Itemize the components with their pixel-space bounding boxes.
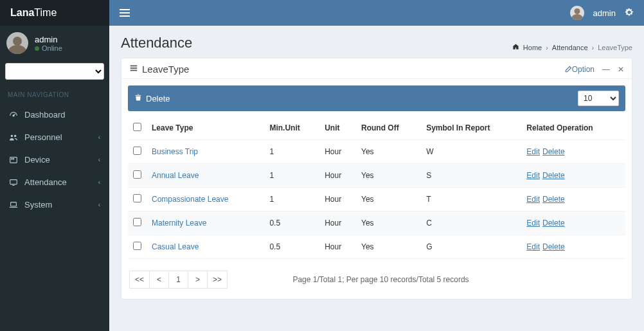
row-checkbox[interactable]	[133, 242, 141, 250]
panel-title-wrap: LeaveType	[129, 64, 189, 75]
sidebar: LanaTime admin Online MAIN NAVIGATION Da…	[0, 0, 109, 331]
table-row: Maternity Leave0.5HourYesCEditDelete	[128, 211, 625, 235]
chevron-left-icon: ‹	[98, 134, 100, 141]
cell-min-unit: 0.5	[264, 211, 319, 235]
col-round-off: Round Off	[356, 116, 421, 140]
table-row: Business Trip1HourYesWEditDelete	[128, 140, 625, 164]
topbar-username[interactable]: admin	[593, 8, 616, 18]
row-checkbox[interactable]	[133, 218, 141, 226]
leavetype-table: Leave Type Min.Unit Unit Round Off Symbo…	[128, 116, 625, 259]
cell-leave-type[interactable]: Casual Leave	[147, 235, 264, 259]
table-row: Casual Leave0.5HourYesGEditDelete	[128, 235, 625, 259]
pagination: << < 1 > >>	[129, 271, 228, 289]
minimize-button[interactable]: —	[602, 65, 610, 74]
col-min-unit: Min.Unit	[264, 116, 319, 140]
sidebar-select-input[interactable]	[5, 63, 104, 80]
cell-min-unit: 1	[264, 164, 319, 188]
row-checkbox[interactable]	[133, 194, 141, 202]
cell-leave-type[interactable]: Business Trip	[147, 140, 264, 164]
option-button[interactable]: Option	[564, 65, 595, 74]
nav-header: MAIN NAVIGATION	[0, 86, 109, 103]
select-all-checkbox[interactable]	[133, 123, 141, 131]
list-icon	[129, 64, 138, 75]
page-last-button[interactable]: >>	[208, 271, 228, 289]
svg-point-1	[11, 134, 13, 137]
home-icon	[512, 43, 519, 51]
sidebar-item-personnel[interactable]: Personnel ‹	[0, 126, 109, 148]
topbar: admin	[109, 0, 644, 26]
edit-link[interactable]: Edit	[526, 195, 540, 204]
breadcrumb-separator: ›	[592, 44, 595, 51]
sidebar-item-label: Attendance	[24, 177, 67, 187]
cell-operation: EditDelete	[521, 164, 625, 188]
brand-bold: Lana	[10, 7, 34, 19]
page-next-button[interactable]: >	[188, 271, 208, 289]
edit-link[interactable]: Edit	[526, 219, 540, 228]
breadcrumb-leaf: LeaveType	[598, 44, 632, 51]
cell-leave-type[interactable]: Maternity Leave	[147, 211, 264, 235]
topbar-avatar[interactable]	[570, 6, 584, 20]
edit-link[interactable]: Edit	[526, 242, 540, 251]
settings-icon[interactable]	[625, 8, 634, 19]
edit-link[interactable]: Edit	[526, 171, 540, 180]
cell-symbol: T	[421, 188, 521, 211]
svg-rect-3	[10, 157, 17, 163]
page-first-button[interactable]: <<	[129, 271, 150, 289]
avatar[interactable]	[6, 32, 28, 54]
row-checkbox[interactable]	[133, 170, 141, 179]
chevron-left-icon: ‹	[98, 179, 100, 186]
panel-body: Delete 10 Leave Type Min.Unit Unit Round…	[121, 79, 632, 299]
svg-point-4	[12, 158, 12, 159]
cell-operation: EditDelete	[521, 188, 625, 211]
cell-min-unit: 1	[264, 140, 319, 164]
breadcrumb-home[interactable]: Home	[523, 44, 542, 51]
sidebar-item-label: Device	[24, 155, 50, 165]
panel-header: LeaveType Option — ✕	[121, 58, 632, 79]
content: Attendance Home › Attendance › LeaveType…	[109, 26, 644, 331]
sidebar-item-dashboard[interactable]: Dashboard	[0, 103, 109, 126]
svg-rect-10	[130, 70, 138, 71]
breadcrumb-separator: ›	[546, 44, 548, 51]
row-checkbox[interactable]	[133, 147, 141, 155]
delete-button[interactable]: Delete	[134, 94, 170, 103]
table-row: Annual Leave1HourYesSEditDelete	[128, 164, 625, 188]
menu-toggle-icon[interactable]	[120, 9, 130, 17]
cell-unit: Hour	[319, 164, 356, 188]
page-prev-button[interactable]: <	[150, 271, 169, 289]
panel-leavetype: LeaveType Option — ✕ Delete 10	[121, 58, 632, 300]
sidebar-item-device[interactable]: Device ‹	[0, 148, 109, 171]
svg-rect-6	[10, 179, 17, 184]
cell-unit: Hour	[319, 211, 356, 235]
close-button[interactable]: ✕	[618, 65, 624, 74]
col-operation: Related Operation	[521, 116, 625, 140]
chevron-left-icon: ‹	[98, 201, 100, 208]
chevron-left-icon: ‹	[98, 156, 100, 163]
cell-leave-type[interactable]: Annual Leave	[147, 164, 264, 188]
sidebar-item-system[interactable]: System ‹	[0, 193, 109, 216]
edit-link[interactable]: Edit	[526, 147, 540, 156]
sidebar-item-label: Dashboard	[24, 110, 66, 120]
per-page-select[interactable]: 10	[578, 91, 619, 106]
monitor-icon	[9, 178, 18, 187]
delete-link[interactable]: Delete	[542, 147, 565, 156]
breadcrumb-attendance[interactable]: Attendance	[552, 44, 588, 51]
cell-symbol: C	[421, 211, 521, 235]
delete-link[interactable]: Delete	[542, 171, 565, 180]
dashboard-icon	[9, 111, 18, 120]
page-current-button[interactable]: 1	[169, 271, 188, 289]
delete-link[interactable]: Delete	[542, 195, 565, 204]
delete-link[interactable]: Delete	[542, 242, 565, 251]
device-icon	[9, 156, 18, 165]
sidebar-item-attendance[interactable]: Attendance ‹	[0, 171, 109, 193]
svg-point-0	[13, 114, 14, 116]
cell-symbol: S	[421, 164, 521, 188]
user-status: Online	[35, 44, 62, 52]
user-name: admin	[35, 35, 62, 44]
brand-logo[interactable]: LanaTime	[0, 0, 109, 26]
page-header: Attendance Home › Attendance › LeaveType	[121, 35, 632, 51]
cell-unit: Hour	[319, 235, 356, 259]
cell-leave-type[interactable]: Compassionate Leave	[147, 188, 264, 211]
sidebar-select[interactable]	[5, 63, 104, 80]
panel-title: LeaveType	[142, 64, 189, 75]
delete-link[interactable]: Delete	[542, 219, 565, 228]
